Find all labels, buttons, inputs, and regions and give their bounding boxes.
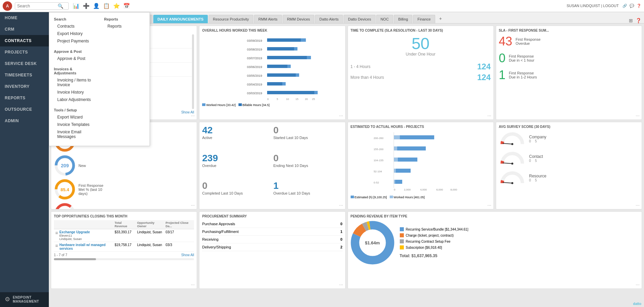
avg-survey-menu[interactable]: ··· xyxy=(636,202,640,208)
sidebar-item-admin[interactable]: ADMIN xyxy=(0,115,49,127)
opps-menu[interactable]: ··· xyxy=(191,282,195,287)
survey-company-max: 5 xyxy=(535,139,537,143)
help-tab-icon[interactable]: ❓ xyxy=(636,18,641,23)
pending-rev-menu[interactable]: ··· xyxy=(636,282,640,287)
hours-menu[interactable]: ··· xyxy=(339,113,343,118)
sidebar-item-outsource[interactable]: OUTSOURCE xyxy=(0,104,49,115)
svg-rect-47 xyxy=(394,169,396,173)
proj-cell-started: 0 Started Last 10 Days xyxy=(273,125,342,151)
svg-text:2,000: 2,000 xyxy=(404,188,411,191)
svg-line-56 xyxy=(503,143,512,144)
list-icon[interactable]: 📋 xyxy=(103,3,110,9)
dropdown-item-invoicing[interactable]: Invoicing / Items to Invoice xyxy=(49,76,99,89)
tab-finance[interactable]: Finance xyxy=(413,15,435,23)
user-icon[interactable]: 👤 xyxy=(93,3,100,9)
dropdown-item-project-payments[interactable]: Project Payments xyxy=(49,37,99,45)
svg-text:03/07/2019: 03/07/2019 xyxy=(247,57,262,60)
sla-resp-val2: 0 xyxy=(499,51,506,65)
proc-label-3: Receiving xyxy=(202,237,218,241)
search-input[interactable] xyxy=(17,4,58,8)
dropdown-item-invoice-history[interactable]: Invoice History xyxy=(49,89,99,96)
sla-resp-menu[interactable]: ··· xyxy=(636,113,640,118)
app-logo[interactable]: A xyxy=(3,1,12,11)
chat-icon[interactable]: 💬 xyxy=(630,4,634,8)
dropdown-header-invoices: Invoices & Adjustments xyxy=(49,65,99,76)
proj-active-val: 42 xyxy=(202,125,271,136)
proc-val-3: 0 xyxy=(340,237,342,241)
tab-resource-productivity[interactable]: Resource Productivity xyxy=(208,15,253,23)
sidebar-item-crm[interactable]: CRM xyxy=(0,24,49,35)
endpoint-management[interactable]: ⚙ ENDPOINTMANAGEMENT xyxy=(0,292,49,307)
procurement-menu[interactable]: ··· xyxy=(339,282,343,287)
est-hours-menu[interactable]: ··· xyxy=(487,202,491,208)
proj-firstresp-label: First ResponseMet % (last 10days) xyxy=(78,183,103,196)
svg-text:6,000: 6,000 xyxy=(436,188,443,191)
pending-rev-center: $1.64m xyxy=(365,240,380,245)
svg-text:8,000: 8,000 xyxy=(450,188,457,191)
est-legend-estimated: Estimated (h) [9,100.25] xyxy=(351,196,387,199)
opp-owner-1: Lindquist, Susan xyxy=(136,229,164,242)
calendar-icon[interactable]: 📅 xyxy=(123,3,130,9)
chart-icon[interactable]: 📊 xyxy=(73,3,79,9)
svg-text:0: 0 xyxy=(267,98,269,101)
table-row: ≡ Exchange Upgrade Eleven11Lindquist, Su… xyxy=(54,229,194,242)
opps-scrollbar[interactable] xyxy=(54,258,96,260)
survey-contact-min: 0 xyxy=(529,159,531,163)
grid-icon[interactable]: ⊞ xyxy=(629,18,633,23)
dropdown-item-approve-post[interactable]: Approve & Post xyxy=(49,55,99,62)
star-icon[interactable]: ⭐ xyxy=(113,3,120,9)
opps-show-all[interactable]: Show All xyxy=(181,253,194,257)
search-box[interactable]: 🔍 xyxy=(15,2,69,10)
tab-datto-devices[interactable]: Datto Devices xyxy=(344,15,375,23)
dropdown-header-approve: Approve & Post xyxy=(49,47,99,55)
proc-row-3: Receiving 0 xyxy=(202,236,342,243)
dropdown-item-invoice-email[interactable]: Invoice Email Messages xyxy=(49,128,99,140)
legend-item-4: Subscription [$6,918.40] xyxy=(400,245,639,249)
tab-daily-announcements[interactable]: DAILY ANNOUNCEMENTS xyxy=(153,15,208,23)
plus-icon[interactable]: ➕ xyxy=(83,3,90,9)
tab-add-button[interactable]: + xyxy=(436,14,445,23)
sidebar-item-projects[interactable]: PROJECTS xyxy=(0,46,49,58)
sla-time-label1: 1 - 4 Hours xyxy=(351,64,371,69)
tab-datto-alerts[interactable]: Datto Alerts xyxy=(315,15,343,23)
sla-time-menu[interactable]: ··· xyxy=(487,113,491,118)
help-icon[interactable]: ❓ xyxy=(637,4,641,8)
dropdown-item-reports[interactable]: Reports xyxy=(99,23,150,30)
proj-ending-label: Ending Next 10 Days xyxy=(273,164,342,168)
sidebar-item-inventory[interactable]: INVENTORY xyxy=(0,81,49,92)
datto-badge: datto xyxy=(633,302,641,306)
proj-summary-menu[interactable]: ··· xyxy=(191,202,195,208)
sidebar-item-timesheets[interactable]: TIMESHEETS xyxy=(0,69,49,81)
opps-col-revenue: Total Revenue xyxy=(113,220,136,229)
svg-rect-12 xyxy=(267,56,307,59)
sidebar-item-reports[interactable]: REPORTS xyxy=(0,92,49,104)
hours-title: OVERALL HOURS WORKED THIS WEEK xyxy=(202,29,342,32)
dropdown-item-export-wizard[interactable]: Export Wizard xyxy=(49,113,99,121)
tab-noc[interactable]: NOC xyxy=(376,15,393,23)
link-icon[interactable]: 🔗 xyxy=(622,4,627,8)
sidebar-item-service-desk[interactable]: SERVICE DESK xyxy=(0,58,49,69)
dropdown-item-export-history[interactable]: Export History xyxy=(49,30,99,37)
svg-rect-46 xyxy=(394,169,411,173)
svg-point-59 xyxy=(511,163,513,165)
tab-rmm-devices[interactable]: RMM Devices xyxy=(283,15,314,23)
tab-rmm-alerts[interactable]: RMM Alerts xyxy=(254,15,282,23)
proc-label-1: Purchase Approvals xyxy=(202,222,235,226)
search-icon[interactable]: 🔍 xyxy=(58,3,63,9)
svg-text:52-104: 52-104 xyxy=(374,170,382,173)
dropdown-item-contracts[interactable]: Contracts xyxy=(49,23,99,30)
sidebar-item-contracts[interactable]: CONTRACTS xyxy=(0,35,49,46)
pending-rev-total: Total: $1,637,965.35 xyxy=(400,253,639,258)
tab-billing[interactable]: Billing xyxy=(394,15,412,23)
opp-name-2: ≡ Hardware install w/ managed services xyxy=(54,242,113,252)
opps-col-owner: Opportunity Owner xyxy=(136,220,164,229)
dropdown-item-invoice-templates[interactable]: Invoice Templates xyxy=(49,121,99,128)
dropdown-item-labor-adj[interactable]: Labor Adjustments xyxy=(49,96,99,103)
proc-row-4: Delivery/Shipping 2 xyxy=(202,243,342,251)
sidebar-item-home[interactable]: HOME xyxy=(0,12,49,24)
warranties-menu[interactable]: ··· xyxy=(191,113,195,118)
proj-started-val: 0 xyxy=(273,125,342,136)
scroll-bar[interactable] xyxy=(192,34,194,109)
proj-table-menu[interactable]: ··· xyxy=(339,202,343,208)
proc-val-1: 0 xyxy=(340,222,342,226)
